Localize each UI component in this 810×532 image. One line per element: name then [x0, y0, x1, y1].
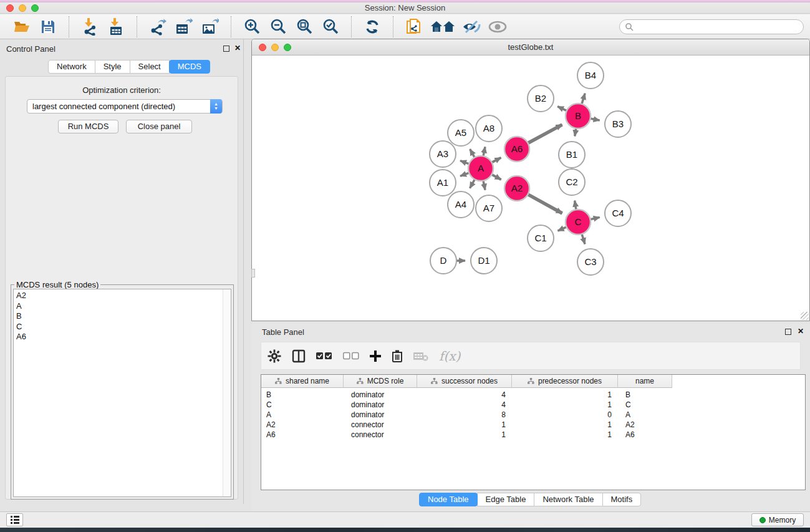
graph-node-A4[interactable]: A4 [448, 191, 474, 218]
select-all-icon[interactable] [316, 352, 332, 360]
graph-edge-B-B1[interactable] [575, 128, 576, 137]
close-window-button[interactable] [6, 4, 14, 12]
hide-selected-icon[interactable] [461, 17, 481, 37]
column-header-name[interactable]: name [618, 375, 672, 388]
window-resize-grip[interactable] [801, 312, 809, 320]
graph-edge-A-A6[interactable] [492, 158, 501, 163]
graph-node-A[interactable]: A [468, 156, 493, 181]
graph-node-B3[interactable]: B3 [605, 111, 631, 137]
graph-edge-A-A5[interactable] [470, 149, 475, 157]
search-field[interactable] [619, 19, 804, 34]
run-mcds-button[interactable]: Run MCDS [58, 120, 118, 133]
minimize-network-button[interactable] [271, 44, 279, 51]
table-row[interactable]: Cdominator41C [261, 400, 805, 410]
export-network-icon[interactable] [148, 17, 168, 37]
export-image-icon[interactable] [200, 17, 220, 37]
graph-node-C[interactable]: C [566, 210, 591, 235]
graph-node-A3[interactable]: A3 [430, 141, 456, 167]
refresh-icon[interactable] [362, 17, 382, 37]
graph-edge-B-B2[interactable] [557, 107, 567, 111]
graph-node-A5[interactable]: A5 [448, 120, 474, 146]
list-item[interactable]: A6 [16, 332, 26, 342]
float-table-panel-icon[interactable] [785, 329, 791, 335]
network-window-titlebar[interactable]: testGlobe.txt [252, 39, 809, 56]
deselect-all-icon[interactable] [343, 352, 359, 360]
zoom-fit-icon[interactable] [294, 17, 314, 37]
graph-node-A8[interactable]: A8 [476, 115, 502, 142]
graph-node-B[interactable]: B [566, 104, 591, 128]
splitter-grip[interactable] [251, 269, 255, 278]
graph-node-C3[interactable]: C3 [577, 249, 604, 275]
import-table-icon[interactable] [106, 17, 126, 37]
column-header-successor-nodes[interactable]: successor nodes [417, 375, 512, 388]
minimize-window-button[interactable] [19, 4, 26, 12]
graph-edge-A-A1[interactable] [460, 173, 469, 176]
graph-edge-C-C2[interactable] [575, 201, 576, 210]
search-input[interactable] [634, 22, 803, 31]
graph-edge-A-A8[interactable] [483, 147, 485, 156]
table-row[interactable]: Bdominator41B [261, 390, 805, 400]
tab-mcds[interactable]: MCDS [169, 60, 210, 74]
tab-network[interactable]: Network [48, 60, 95, 74]
show-all-icon[interactable] [488, 17, 508, 37]
zoom-out-icon[interactable] [268, 17, 288, 37]
graph-edge-A-A4[interactable] [470, 180, 475, 188]
memory-button[interactable]: Memory [751, 513, 804, 526]
graph-edge-C-C4[interactable] [591, 217, 600, 219]
tab-motifs[interactable]: Motifs [602, 493, 642, 506]
list-item[interactable]: A2 [16, 291, 26, 301]
graph-edge-C-C3[interactable] [582, 234, 585, 244]
column-visibility-icon[interactable] [292, 349, 306, 363]
graph-node-A6[interactable]: A6 [504, 137, 529, 162]
save-session-icon[interactable] [38, 17, 58, 37]
close-network-button[interactable] [259, 44, 266, 51]
graph-edge-A-A3[interactable] [460, 161, 469, 164]
tab-select[interactable]: Select [130, 60, 170, 74]
graph-edge-A6-B[interactable] [528, 125, 562, 143]
list-item[interactable]: B [16, 311, 26, 322]
graph-node-C2[interactable]: C2 [559, 169, 585, 195]
zoom-selected-icon[interactable] [321, 17, 340, 37]
table-row[interactable]: A6connector11A6 [261, 430, 805, 440]
delete-column-icon[interactable] [392, 350, 403, 362]
export-table-icon[interactable] [174, 17, 194, 37]
tab-node-table[interactable]: Node Table [419, 493, 478, 506]
column-header-MCDS-role[interactable]: MCDS role [344, 375, 417, 388]
float-panel-icon[interactable] [223, 46, 229, 52]
column-header-shared-name[interactable]: shared name [261, 375, 344, 388]
network-canvas[interactable]: B4B2BB3A5A8A6B1A3AC2A1A2A4A7C4CC1C3DD1 [252, 56, 809, 321]
tab-style[interactable]: Style [95, 60, 130, 74]
table-settings-icon[interactable] [268, 349, 281, 363]
graph-node-B4[interactable]: B4 [577, 62, 604, 89]
open-session-icon[interactable] [12, 17, 32, 37]
close-panel-icon[interactable]: ✕ [234, 44, 241, 52]
table-row[interactable]: Adominator80A [261, 410, 805, 420]
list-scrollbar[interactable] [223, 289, 231, 496]
graph-node-A1[interactable]: A1 [430, 170, 456, 196]
close-panel-button[interactable]: Close panel [126, 120, 192, 133]
graph-edge-A-A7[interactable] [483, 181, 485, 190]
table-row[interactable]: A2connector11A2 [261, 420, 805, 430]
duplicate-network-icon[interactable] [404, 17, 424, 37]
graph-edge-A2-C[interactable] [528, 195, 562, 213]
graph-edge-B-B3[interactable] [591, 118, 600, 120]
add-column-icon[interactable] [370, 351, 381, 362]
zoom-window-button[interactable] [31, 4, 39, 12]
first-neighbors-icon[interactable] [430, 17, 455, 37]
tab-network-table[interactable]: Network Table [534, 493, 602, 506]
column-header-predecessor-nodes[interactable]: predecessor nodes [512, 375, 618, 388]
graph-node-B1[interactable]: B1 [559, 142, 585, 168]
graph-node-B2[interactable]: B2 [528, 85, 554, 112]
list-item[interactable]: A [16, 301, 26, 312]
graph-node-A7[interactable]: A7 [476, 195, 502, 221]
graph-node-D[interactable]: D [430, 248, 456, 274]
close-table-panel-icon[interactable]: ✕ [798, 327, 804, 336]
graph-edge-A-A2[interactable] [492, 175, 501, 180]
import-network-icon[interactable] [80, 17, 100, 37]
list-item[interactable]: C [16, 322, 26, 332]
graph-node-C4[interactable]: C4 [605, 200, 631, 226]
graph-node-A2[interactable]: A2 [504, 176, 529, 201]
graph-node-C1[interactable]: C1 [528, 225, 554, 251]
zoom-network-button[interactable] [284, 44, 291, 51]
graph-node-D1[interactable]: D1 [471, 248, 497, 274]
